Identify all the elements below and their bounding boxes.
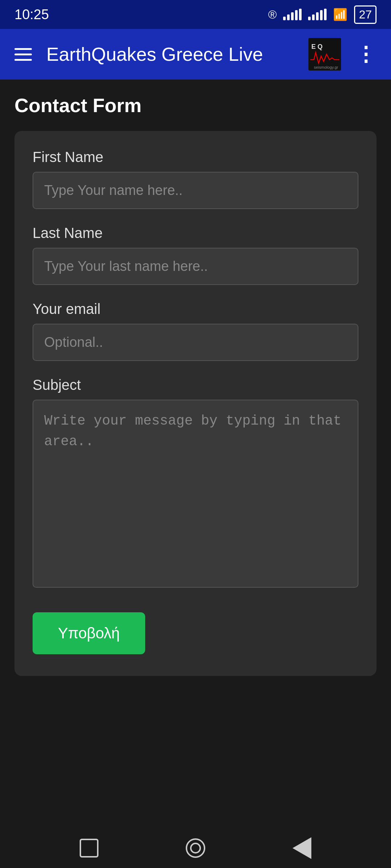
signal-bars-2 [308, 9, 327, 20]
wifi-icon: 📶 [333, 8, 348, 21]
hamburger-menu-button[interactable] [14, 48, 32, 61]
first-name-group: First Name [33, 149, 358, 209]
svg-text:seismology.gr: seismology.gr [314, 65, 338, 69]
status-bar: 10:25 ® 📶 27 [0, 0, 391, 29]
status-time: 10:25 [14, 7, 49, 22]
contact-form-card: First Name Last Name Your email Subject … [14, 131, 377, 676]
main-content: Contact Form First Name Last Name Your e… [0, 80, 391, 828]
back-icon [293, 837, 311, 859]
svg-text:E Q: E Q [311, 43, 323, 50]
recent-apps-icon [80, 839, 98, 858]
bottom-navigation [0, 828, 391, 868]
app-logo: E Q seismology.gr [308, 38, 341, 71]
message-textarea[interactable] [33, 400, 358, 588]
subject-group: Subject [33, 377, 358, 589]
email-label: Your email [33, 301, 358, 317]
home-button[interactable] [186, 838, 205, 858]
submit-button[interactable]: Υποβολή [33, 612, 145, 654]
last-name-group: Last Name [33, 225, 358, 285]
last-name-input[interactable] [33, 248, 358, 285]
home-icon [186, 838, 205, 858]
recent-apps-button[interactable] [80, 839, 98, 858]
status-icons: ® 📶 27 [268, 5, 377, 24]
first-name-input[interactable] [33, 172, 358, 209]
first-name-label: First Name [33, 149, 358, 165]
last-name-label: Last Name [33, 225, 358, 241]
app-title: EarthQuakes Greece Live [46, 43, 294, 65]
email-input[interactable] [33, 324, 358, 361]
page-title: Contact Form [14, 94, 377, 116]
back-button[interactable] [293, 837, 311, 859]
more-options-button[interactable]: ⋮ [356, 44, 377, 64]
email-group: Your email [33, 301, 358, 361]
battery-indicator: 27 [354, 5, 377, 24]
subject-label: Subject [33, 377, 358, 393]
registered-icon: ® [268, 8, 277, 21]
app-bar: EarthQuakes Greece Live E Q seismology.g… [0, 29, 391, 80]
signal-bars-1 [283, 9, 302, 20]
